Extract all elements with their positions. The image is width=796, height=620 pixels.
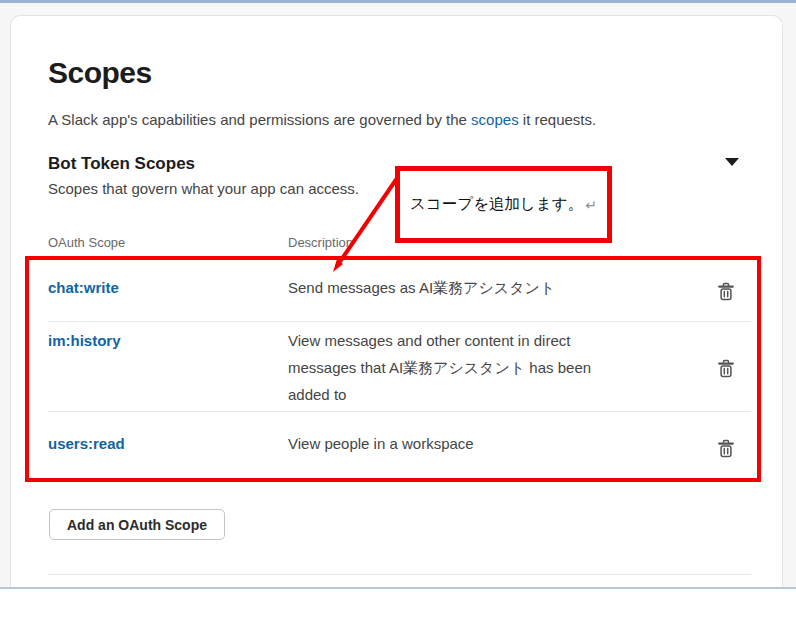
row-divider: [48, 321, 751, 322]
trash-icon: [717, 367, 735, 382]
scope-description: View people in a workspace: [288, 430, 474, 457]
delete-scope-button[interactable]: [717, 282, 735, 302]
trash-icon: [717, 290, 735, 305]
scope-link-chat-write[interactable]: chat:write: [48, 279, 119, 296]
trash-icon: [717, 447, 735, 462]
intro-paragraph: A Slack app's capabilities and permissio…: [48, 111, 596, 128]
intro-text-pre: A Slack app's capabilities and permissio…: [48, 111, 471, 128]
scope-link-users-read[interactable]: users:read: [48, 435, 125, 452]
annotation-text: スコープを追加します。: [410, 194, 583, 215]
scopes-settings-card: Scopes A Slack app's capabilities and pe…: [10, 15, 783, 588]
table-header-divider: [48, 256, 751, 257]
delete-scope-button[interactable]: [717, 359, 735, 379]
add-oauth-scope-button[interactable]: Add an OAuth Scope: [49, 509, 225, 540]
description-line: messages that AI業務アシスタント has been: [288, 354, 591, 381]
description-line: added to: [288, 381, 591, 408]
intro-text-post: it requests.: [519, 111, 597, 128]
delete-scope-button[interactable]: [717, 439, 735, 459]
section-bottom-divider: [48, 574, 751, 575]
description-line: View messages and other content in direc…: [288, 327, 591, 354]
scopes-doc-link[interactable]: scopes: [471, 111, 519, 128]
chevron-down-icon[interactable]: [725, 158, 739, 166]
scope-description: Send messages as AI業務アシスタント: [288, 274, 555, 301]
bot-token-scopes-heading: Bot Token Scopes: [48, 154, 195, 174]
description-line: View people in a workspace: [288, 430, 474, 457]
column-header-oauth-scope: OAuth Scope: [48, 235, 125, 250]
column-header-description: Description: [288, 235, 353, 250]
bot-token-scopes-subheading: Scopes that govern what your app can acc…: [48, 180, 359, 197]
bottom-border-line: [0, 587, 796, 589]
return-mark-icon: ↵: [585, 197, 597, 213]
scope-description: View messages and other content in direc…: [288, 327, 591, 408]
description-line: Send messages as AI業務アシスタント: [288, 274, 555, 301]
screenshot-root: Scopes A Slack app's capabilities and pe…: [0, 0, 796, 620]
annotation-callout-box: スコープを追加します。 ↵: [395, 166, 612, 243]
scope-link-im-history[interactable]: im:history: [48, 332, 121, 349]
page-title: Scopes: [48, 56, 152, 90]
row-divider: [48, 411, 751, 412]
